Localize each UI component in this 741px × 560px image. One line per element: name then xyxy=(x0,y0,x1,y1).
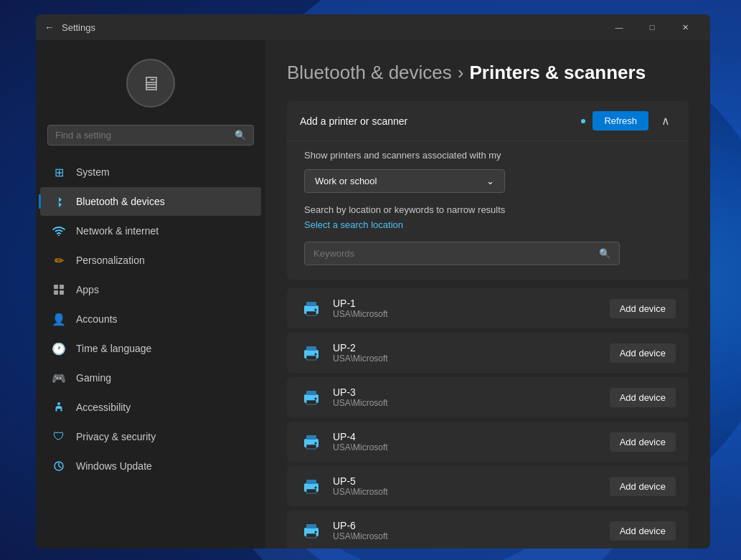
window-controls: — □ ✕ xyxy=(603,14,702,40)
printer-info: UP-4 USA\Microsoft xyxy=(333,431,600,452)
svg-point-29 xyxy=(315,531,317,533)
svg-rect-1 xyxy=(60,285,64,289)
printer-info: UP-2 USA\Microsoft xyxy=(333,342,600,364)
association-dropdown[interactable]: Work or school ⌄ xyxy=(304,169,505,193)
refresh-button[interactable]: Refresh xyxy=(593,111,648,130)
breadcrumb-current: Printers & scanners xyxy=(469,62,646,84)
printer-sub: USA\Microsoft xyxy=(333,487,600,497)
svg-point-13 xyxy=(315,353,317,356)
printer-icon xyxy=(300,297,323,320)
add-printer-header: Add a printer or scanner Refresh ∧ xyxy=(287,101,689,141)
printer-name: UP-6 xyxy=(333,520,600,531)
svg-rect-24 xyxy=(306,489,316,493)
sidebar-item-label: Bluetooth & devices xyxy=(76,196,165,207)
svg-point-4 xyxy=(57,402,60,405)
add-device-button[interactable]: Add device xyxy=(610,388,676,407)
avatar-icon: 🖥 xyxy=(141,72,161,95)
search-box[interactable]: 🔍 xyxy=(47,125,254,146)
printer-info: UP-3 USA\Microsoft xyxy=(333,386,600,408)
keywords-input-wrap[interactable]: 🔍 xyxy=(304,242,620,265)
printer-name: UP-2 xyxy=(333,342,600,353)
svg-rect-11 xyxy=(306,346,316,351)
printer-list: UP-1 USA\Microsoft Add device UP-2 USA\M… xyxy=(287,288,689,549)
sidebar-item-time[interactable]: 🕐 Time & language xyxy=(40,334,261,363)
time-icon: 🕐 xyxy=(52,341,66,356)
printer-item: UP-3 USA\Microsoft Add device xyxy=(287,377,689,417)
search-input[interactable] xyxy=(55,130,229,141)
accessibility-icon xyxy=(52,400,66,414)
add-printer-label: Add a printer or scanner xyxy=(300,115,574,127)
user-avatar-section: 🖥 xyxy=(36,47,265,119)
keywords-input[interactable] xyxy=(313,248,593,259)
sidebar-item-gaming[interactable]: 🎮 Gaming xyxy=(40,364,261,392)
sidebar-item-label: Accounts xyxy=(76,313,118,325)
add-device-button[interactable]: Add device xyxy=(610,521,676,541)
sidebar-item-label: Accessibility xyxy=(76,402,131,413)
maximize-button[interactable]: □ xyxy=(636,14,669,40)
sidebar-item-privacy[interactable]: 🛡 Privacy & security xyxy=(40,422,261,451)
printer-name: UP-1 xyxy=(333,298,600,309)
svg-rect-3 xyxy=(60,290,64,295)
network-icon xyxy=(52,224,66,238)
printer-sub: USA\Microsoft xyxy=(333,442,600,452)
svg-point-21 xyxy=(315,442,317,445)
printer-item: UP-6 USA\Microsoft Add device xyxy=(287,511,689,549)
svg-rect-0 xyxy=(54,285,58,289)
chevron-down-icon: ⌄ xyxy=(486,176,494,186)
breadcrumb-separator: › xyxy=(458,62,464,84)
sidebar-item-network[interactable]: Network & internet xyxy=(40,217,261,245)
add-printer-expanded: Show printers and scanners associated wi… xyxy=(287,141,689,280)
printer-name: UP-4 xyxy=(333,431,600,442)
window-title: Settings xyxy=(62,22,603,33)
svg-rect-20 xyxy=(306,445,316,449)
add-device-button[interactable]: Add device xyxy=(610,477,676,496)
title-bar: ← Settings — □ ✕ xyxy=(36,14,710,40)
sidebar-item-accessibility[interactable]: Accessibility xyxy=(40,393,261,422)
sidebar-item-accounts[interactable]: 👤 Accounts xyxy=(40,305,261,333)
svg-rect-28 xyxy=(306,533,316,538)
sidebar-item-label: Privacy & security xyxy=(76,431,156,442)
loading-indicator xyxy=(581,119,585,123)
sidebar-item-apps[interactable]: Apps xyxy=(40,275,261,304)
search-location-link[interactable]: Select a search location xyxy=(304,219,671,230)
svg-point-17 xyxy=(315,398,317,400)
gaming-icon: 🎮 xyxy=(52,371,66,385)
svg-point-9 xyxy=(315,309,317,311)
printer-sub: USA\Microsoft xyxy=(333,353,600,364)
sidebar-item-personalization[interactable]: ✏ Personalization xyxy=(40,246,261,275)
printer-icon xyxy=(300,430,323,453)
content-area: Bluetooth & devices › Printers & scanner… xyxy=(265,40,710,549)
collapse-button[interactable]: ∧ xyxy=(656,111,676,130)
add-device-button[interactable]: Add device xyxy=(610,432,676,452)
system-icon: ⊞ xyxy=(52,165,66,179)
minimize-button[interactable]: — xyxy=(603,14,636,40)
show-label: Show printers and scanners associated wi… xyxy=(304,150,671,161)
sidebar-item-system[interactable]: ⊞ System xyxy=(40,158,261,186)
add-device-button[interactable]: Add device xyxy=(610,343,676,363)
sidebar-item-label: Personalization xyxy=(76,255,145,266)
dropdown-value: Work or school xyxy=(315,176,377,186)
svg-rect-19 xyxy=(306,435,316,440)
avatar[interactable]: 🖥 xyxy=(126,59,175,108)
printer-icon xyxy=(300,519,323,542)
svg-rect-2 xyxy=(54,290,58,295)
printer-info: UP-6 USA\Microsoft xyxy=(333,520,600,541)
bluetooth-icon xyxy=(52,194,66,209)
back-button[interactable]: ← xyxy=(44,22,55,33)
sidebar-item-label: Gaming xyxy=(76,372,111,384)
privacy-icon: 🛡 xyxy=(52,430,66,444)
sidebar-item-label: Time & language xyxy=(76,343,151,354)
printer-item: UP-5 USA\Microsoft Add device xyxy=(287,466,689,506)
printer-info: UP-5 USA\Microsoft xyxy=(333,475,600,497)
add-device-button[interactable]: Add device xyxy=(610,299,676,318)
sidebar-item-label: Apps xyxy=(76,284,99,295)
svg-rect-12 xyxy=(306,356,316,360)
update-icon xyxy=(52,459,66,473)
close-button[interactable]: ✕ xyxy=(669,14,702,40)
sidebar-item-bluetooth[interactable]: Bluetooth & devices xyxy=(40,187,261,216)
sidebar-item-update[interactable]: Windows Update xyxy=(40,452,261,480)
sidebar-item-label: Network & internet xyxy=(76,225,159,237)
accounts-icon: 👤 xyxy=(52,312,66,326)
breadcrumb-parent: Bluetooth & devices xyxy=(287,62,452,84)
sidebar-item-label: Windows Update xyxy=(76,460,152,472)
